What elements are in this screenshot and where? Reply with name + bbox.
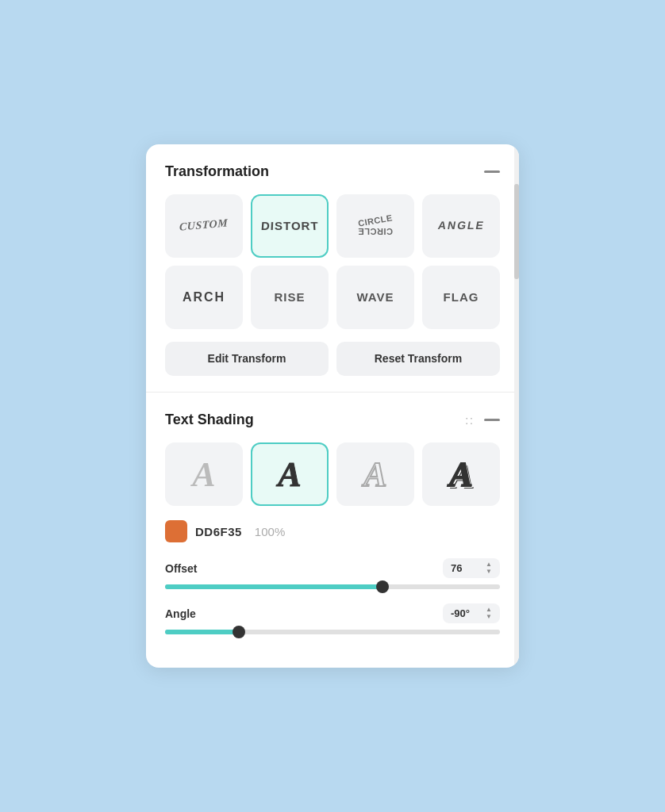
shading-double-letter: A xyxy=(449,454,472,495)
angle-spinner[interactable]: ▲ ▼ xyxy=(486,607,492,620)
offset-spinner[interactable]: ▲ ▼ xyxy=(486,561,492,575)
shading-header: Text Shading :: xyxy=(165,412,500,428)
offset-value-box[interactable]: 76 ▲ ▼ xyxy=(443,558,500,578)
circle-label: CIRCLE CIRCLE xyxy=(358,216,393,236)
color-hex-value: DD6F35 xyxy=(195,525,242,538)
transform-btn-wave[interactable]: WAVE xyxy=(336,266,414,329)
transform-btn-distort[interactable]: DISTORT xyxy=(251,194,329,258)
transformation-title: Transformation xyxy=(165,163,269,180)
angle-label: Angle xyxy=(165,607,196,620)
angle-up-arrow[interactable]: ▲ xyxy=(486,607,492,613)
angle-value-box[interactable]: -90° ▲ ▼ xyxy=(443,603,500,623)
offset-label-row: Offset 76 ▲ ▼ xyxy=(165,558,500,578)
angle-slider-group: Angle -90° ▲ ▼ xyxy=(165,603,500,634)
transform-btn-angle[interactable]: ANGLE xyxy=(422,194,500,258)
header-icons: :: xyxy=(465,414,500,427)
offset-value: 76 xyxy=(451,562,462,574)
shading-plain-letter: A xyxy=(192,454,215,495)
rise-label: RISE xyxy=(274,290,305,304)
transformation-section: Transformation CUSTOM DISTORT CIRCLE CIR… xyxy=(146,144,519,393)
custom-label: CUSTOM xyxy=(179,217,228,235)
offset-thumb[interactable] xyxy=(376,580,389,593)
text-shading-section: Text Shading :: A A A A xyxy=(146,393,519,668)
angle-fill xyxy=(165,630,239,634)
wave-label: WAVE xyxy=(356,290,394,304)
minimize-shading-icon[interactable] xyxy=(484,419,500,421)
transform-grid: CUSTOM DISTORT CIRCLE CIRCLE ANGLE ARCH xyxy=(165,194,500,329)
color-swatch[interactable] xyxy=(165,520,187,542)
main-panel: Transformation CUSTOM DISTORT CIRCLE CIR… xyxy=(146,144,519,668)
flag-label: FLAG xyxy=(444,290,479,304)
reset-transform-button[interactable]: Reset Transform xyxy=(336,342,500,377)
offset-up-arrow[interactable]: ▲ xyxy=(486,561,492,568)
transform-btn-circle[interactable]: CIRCLE CIRCLE xyxy=(336,194,414,258)
offset-track[interactable] xyxy=(165,584,500,589)
shading-btn-solid[interactable]: A xyxy=(251,442,329,506)
circle-bottom-text: CIRCLE xyxy=(358,226,393,236)
angle-label-row: Angle -90° ▲ ▼ xyxy=(165,603,500,623)
drag-handle-icon[interactable]: :: xyxy=(465,414,475,427)
angle-value: -90° xyxy=(451,607,470,619)
color-row: DD6F35 100% xyxy=(165,520,500,542)
angle-track[interactable] xyxy=(165,630,500,634)
offset-fill xyxy=(165,584,382,589)
angle-thumb[interactable] xyxy=(233,626,245,638)
transform-btn-flag[interactable]: FLAG xyxy=(422,266,500,329)
offset-slider-group: Offset 76 ▲ ▼ xyxy=(165,558,500,589)
shading-grid: A A A A xyxy=(165,442,500,506)
action-buttons: Edit Transform Reset Transform xyxy=(165,342,500,377)
shading-btn-outline[interactable]: A xyxy=(336,442,414,506)
shading-btn-double[interactable]: A xyxy=(422,442,500,506)
transform-btn-custom[interactable]: CUSTOM xyxy=(165,194,243,258)
scrollbar-thumb[interactable] xyxy=(514,184,519,279)
shading-solid-letter: A xyxy=(278,454,301,495)
color-opacity-value: 100% xyxy=(255,525,285,538)
shading-outline-letter: A xyxy=(363,454,386,495)
shading-btn-plain[interactable]: A xyxy=(165,442,243,506)
edit-transform-button[interactable]: Edit Transform xyxy=(165,342,329,377)
minimize-icon[interactable] xyxy=(484,170,500,173)
transformation-header: Transformation xyxy=(165,163,500,180)
transform-btn-arch[interactable]: ARCH xyxy=(165,266,243,329)
angle-down-arrow[interactable]: ▼ xyxy=(486,614,492,620)
scrollbar[interactable] xyxy=(514,144,519,668)
offset-down-arrow[interactable]: ▼ xyxy=(486,569,492,575)
angle-label: ANGLE xyxy=(436,219,486,232)
offset-label: Offset xyxy=(165,562,197,575)
arch-label: ARCH xyxy=(183,289,225,304)
distort-label: DISTORT xyxy=(260,219,319,233)
transform-btn-rise[interactable]: RISE xyxy=(251,266,329,329)
shading-title: Text Shading xyxy=(165,412,254,428)
